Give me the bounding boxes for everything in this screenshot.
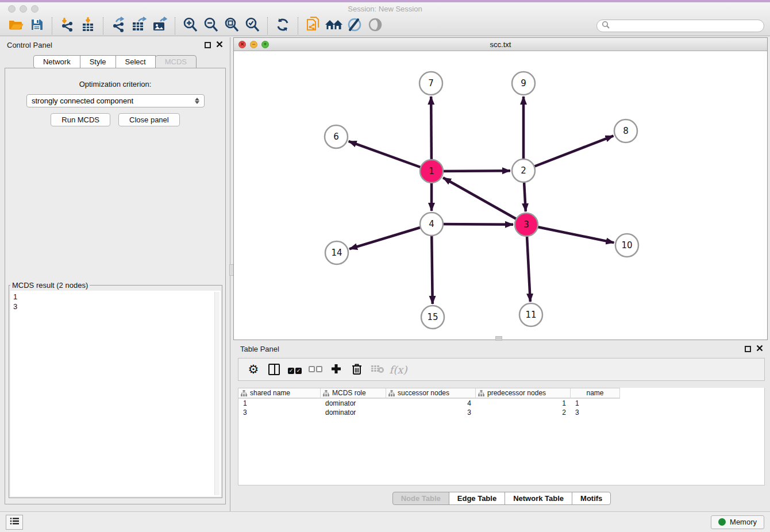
graph-edge-1-6[interactable] [349, 141, 432, 171]
tab-node-table[interactable]: Node Table [392, 492, 449, 505]
table-row[interactable]: 1 dominator 4 1 1 [238, 399, 620, 408]
graph-node-2[interactable]: 2 [512, 159, 535, 182]
apply-style-button[interactable] [344, 17, 365, 35]
graph-edge-2-8[interactable] [523, 136, 614, 171]
network-window-title: scc.txt [234, 40, 767, 49]
zoom-out-icon [203, 17, 219, 34]
import-network-button[interactable] [57, 17, 78, 35]
zoom-selected-button[interactable] [242, 17, 263, 35]
import-table-button[interactable] [78, 17, 98, 35]
search-input[interactable] [613, 22, 759, 30]
tab-mcds[interactable]: MCDS [155, 55, 197, 68]
graph-node-8[interactable]: 8 [614, 119, 637, 142]
window-title: Session: New Session [0, 5, 770, 13]
column-header-predecessor-nodes[interactable]: predecessor nodes [476, 388, 571, 398]
select-all-columns-button[interactable]: ✓✓ [286, 361, 304, 378]
graph-node-10[interactable]: 10 [615, 234, 638, 257]
create-column-button[interactable] [327, 361, 345, 378]
houses-icon [324, 18, 344, 33]
checked-boxes-icon: ✓✓ [287, 365, 302, 374]
zoom-fit-button[interactable] [221, 17, 242, 35]
export-table-button[interactable] [129, 17, 149, 35]
memory-button[interactable]: Memory [711, 515, 764, 529]
delete-column-button[interactable] [348, 361, 366, 378]
toolbar-separator [298, 17, 298, 34]
tab-style[interactable]: Style [80, 55, 116, 68]
export-network-button[interactable] [108, 17, 129, 35]
network-files-button[interactable] [303, 17, 324, 35]
graph-edge-3-10[interactable] [526, 225, 614, 242]
plus-icon [330, 363, 342, 376]
canvas-splitter-handle[interactable] [495, 336, 502, 341]
svg-text:4: 4 [429, 219, 434, 229]
mac-titlebar: Session: New Session [0, 2, 770, 16]
float-panel-icon[interactable] [205, 42, 211, 48]
svg-text:2: 2 [521, 165, 526, 176]
network-minimize-button[interactable]: − [250, 41, 257, 48]
columns-icon [268, 364, 280, 375]
refresh-button[interactable] [272, 17, 293, 35]
export-image-button[interactable] [149, 17, 170, 35]
table-row[interactable]: 3 dominator 3 2 3 [238, 408, 620, 417]
network-close-button[interactable]: ✕ [238, 41, 246, 48]
graph-edge-3-1[interactable] [443, 178, 526, 225]
svg-text:14: 14 [331, 248, 342, 258]
graph-node-11[interactable]: 11 [519, 303, 542, 326]
column-header-shared-name[interactable]: shared name [238, 388, 321, 398]
tab-network-table[interactable]: Network Table [505, 492, 572, 505]
svg-text:6: 6 [333, 132, 339, 142]
save-floppy-icon [30, 18, 44, 33]
network-maximize-button[interactable]: + [261, 41, 269, 48]
close-table-panel-icon[interactable] [756, 344, 763, 354]
column-header-mcds-role[interactable]: MCDS role [321, 388, 386, 398]
zoom-window-button[interactable] [31, 5, 38, 13]
graph-node-7[interactable]: 7 [419, 72, 442, 95]
toggle-graphics-details-button[interactable] [365, 17, 386, 35]
graph-node-6[interactable]: 6 [325, 125, 348, 148]
open-folder-icon [8, 18, 24, 33]
tab-select[interactable]: Select [116, 55, 156, 68]
task-history-button[interactable] [6, 515, 23, 530]
mcds-result-fieldset: MCDS result (2 nodes) 1 3 [9, 281, 222, 498]
table-settings-button[interactable]: ⚙ [244, 361, 263, 378]
save-session-button[interactable] [26, 17, 47, 35]
close-panel-icon[interactable] [216, 40, 223, 50]
column-header-successor-nodes[interactable]: successor nodes [386, 388, 476, 398]
graph-edge-4-14[interactable] [349, 224, 432, 249]
svg-text:9: 9 [521, 78, 526, 88]
criterion-select[interactable]: strongly connected component [26, 94, 205, 107]
mcds-result-text[interactable]: 1 3 [10, 291, 221, 496]
tab-network[interactable]: Network [33, 55, 80, 68]
graph-node-14[interactable]: 14 [325, 241, 348, 264]
apply-layout-button[interactable] [324, 17, 344, 35]
graph-node-4[interactable]: 4 [420, 213, 443, 236]
close-window-button[interactable] [8, 5, 16, 13]
column-selector-button[interactable] [265, 361, 283, 378]
svg-text:1: 1 [429, 166, 434, 176]
open-session-button[interactable] [6, 17, 26, 35]
criterion-value: strongly connected component [32, 97, 133, 105]
tab-edge-table[interactable]: Edge Table [449, 492, 505, 505]
fx-icon: f(x) [390, 364, 407, 376]
minimize-window-button[interactable] [20, 5, 27, 13]
zoom-in-button[interactable] [180, 17, 201, 35]
graph-node-15[interactable]: 15 [421, 306, 444, 329]
result-scrollbar[interactable] [214, 292, 220, 495]
run-mcds-button[interactable]: Run MCDS [51, 113, 110, 126]
gear-icon: ⚙ [248, 363, 259, 376]
graph-node-3[interactable]: 3 [515, 213, 538, 236]
delete-table-button[interactable] [368, 361, 387, 378]
graph-node-1[interactable]: 1 [420, 160, 443, 183]
zoom-selected-icon [244, 17, 260, 34]
graph-edge-4-3[interactable] [432, 224, 513, 225]
zoom-out-button[interactable] [201, 17, 221, 35]
column-header-name[interactable]: name [571, 388, 620, 398]
function-builder-button[interactable]: f(x) [389, 361, 407, 378]
close-panel-button[interactable]: Close panel [118, 113, 180, 126]
network-canvas[interactable]: 1234678910111415 [234, 51, 767, 340]
unselect-all-columns-button[interactable] [306, 361, 325, 378]
style-brush-icon [346, 17, 363, 34]
float-table-panel-icon[interactable] [745, 346, 751, 352]
tab-motifs[interactable]: Motifs [572, 492, 611, 505]
graph-node-9[interactable]: 9 [512, 72, 535, 95]
